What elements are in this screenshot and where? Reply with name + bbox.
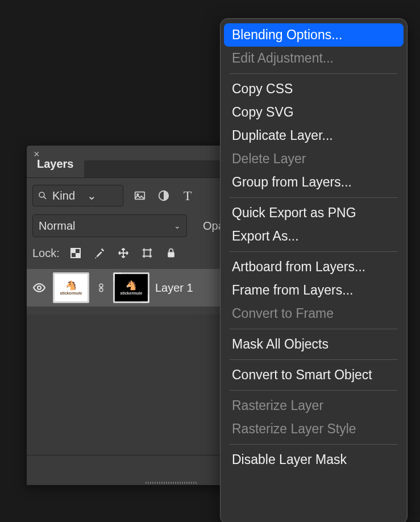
menu-separator (230, 444, 398, 445)
layer-context-menu: Blending Options...Edit Adjustment...Cop… (220, 18, 407, 522)
blend-mode-dropdown[interactable]: Normal ⌄ (32, 214, 187, 237)
svg-point-10 (38, 286, 41, 289)
menu-item-frame-from-layers[interactable]: Frame from Layers... (224, 279, 404, 302)
menu-item-rasterize-layer-style: Rasterize Layer Style (224, 417, 404, 441)
menu-item-quick-export-as-png[interactable]: Quick Export as PNG (224, 201, 404, 225)
svg-line-1 (44, 197, 46, 199)
visibility-eye-icon[interactable] (31, 280, 47, 296)
blend-mode-value: Normal (39, 219, 75, 233)
svg-rect-7 (76, 253, 80, 258)
menu-item-group-from-layers[interactable]: Group from Layers... (224, 171, 404, 194)
horse-icon: 🐴 (65, 281, 77, 290)
menu-item-blending-options[interactable]: Blending Options... (224, 23, 404, 47)
lock-transparency-icon[interactable] (68, 245, 84, 261)
menu-item-copy-svg[interactable]: Copy SVG (224, 101, 404, 124)
thumbnail-text: stickermule (120, 291, 143, 295)
chevron-down-icon: ⌄ (174, 221, 181, 230)
menu-item-export-as[interactable]: Export As... (224, 225, 404, 248)
lock-brush-icon[interactable] (92, 245, 107, 261)
menu-item-duplicate-layer[interactable]: Duplicate Layer... (224, 124, 404, 147)
menu-item-mask-all-objects[interactable]: Mask All Objects (224, 333, 404, 356)
lock-move-icon[interactable] (115, 245, 131, 261)
menu-item-convert-to-smart-object[interactable]: Convert to Smart Object (224, 363, 404, 387)
lock-label: Lock: (32, 247, 60, 260)
lock-artboard-icon[interactable] (139, 245, 155, 261)
close-icon[interactable]: × (34, 149, 40, 159)
horse-icon: 🐴 (126, 281, 137, 290)
lock-all-icon[interactable] (163, 245, 179, 261)
svg-rect-9 (168, 252, 174, 257)
menu-separator (230, 390, 398, 391)
pixel-layer-filter-icon[interactable] (132, 188, 147, 203)
mask-link-icon[interactable] (95, 283, 107, 293)
chevron-down-icon: ⌄ (87, 189, 117, 202)
type-filter-icon[interactable]: T (180, 188, 195, 203)
menu-item-artboard-from-layers[interactable]: Artboard from Layers... (224, 255, 404, 279)
menu-item-disable-layer-mask[interactable]: Disable Layer Mask (224, 448, 404, 471)
svg-rect-6 (71, 248, 76, 253)
thumbnail-text: stickermule (60, 291, 82, 295)
filter-type-dropdown[interactable]: Kind ⌄ (32, 185, 123, 206)
menu-item-edit-adjustment: Edit Adjustment... (224, 47, 404, 70)
layer-mask-thumbnail[interactable]: 🐴 stickermule (113, 272, 149, 303)
filter-type-label: Kind (52, 189, 82, 202)
menu-separator (230, 359, 398, 360)
layer-thumbnail[interactable]: 🐴 stickermule (53, 272, 89, 303)
svg-rect-8 (144, 250, 150, 256)
menu-item-rasterize-layer: Rasterize Layer (224, 394, 404, 417)
layer-name-label[interactable]: Layer 1 (155, 281, 193, 295)
adjustment-filter-icon[interactable] (156, 188, 171, 203)
menu-separator (230, 73, 398, 74)
menu-separator (230, 251, 398, 252)
search-icon (38, 190, 48, 201)
menu-separator (230, 197, 398, 198)
menu-item-convert-to-frame: Convert to Frame (224, 302, 404, 325)
menu-item-delete-layer: Delete Layer (224, 147, 404, 171)
menu-item-copy-css[interactable]: Copy CSS (224, 77, 404, 101)
menu-separator (230, 329, 398, 329)
svg-point-0 (39, 192, 44, 197)
